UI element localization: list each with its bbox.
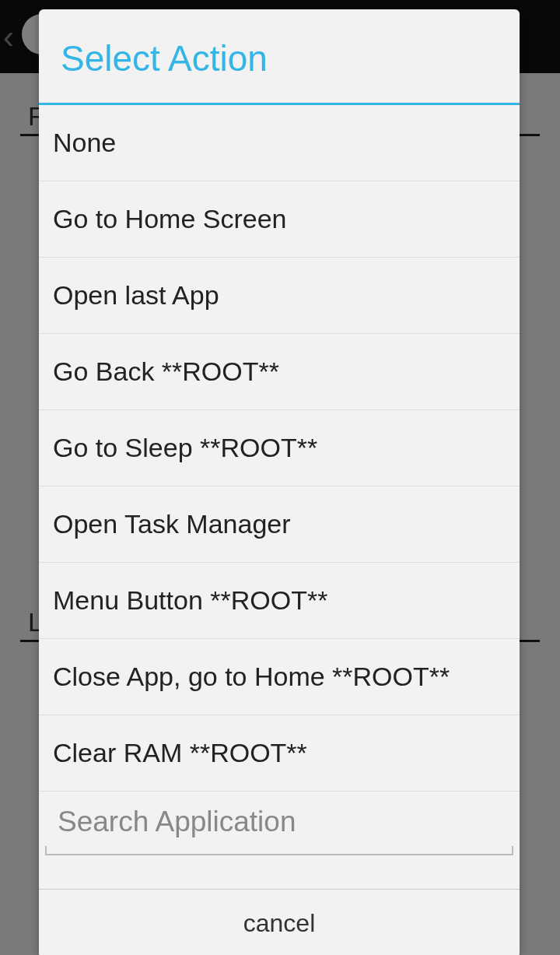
cancel-button[interactable]: cancel	[39, 889, 520, 955]
action-item-task-manager[interactable]: Open Task Manager	[39, 486, 520, 563]
action-item-none[interactable]: None	[39, 105, 520, 181]
action-item-last-app[interactable]: Open last App	[39, 258, 520, 334]
dialog-title: Select Action	[39, 9, 520, 105]
action-item-home[interactable]: Go to Home Screen	[39, 181, 520, 258]
action-item-close-app[interactable]: Close App, go to Home **ROOT**	[39, 639, 520, 715]
action-item-clear-ram[interactable]: Clear RAM **ROOT**	[39, 715, 520, 792]
search-placeholder: Search Application	[58, 806, 296, 838]
action-item-menu[interactable]: Menu Button **ROOT**	[39, 563, 520, 639]
search-input-wrapper[interactable]: Search Application	[39, 792, 520, 855]
action-list: None Go to Home Screen Open last App Go …	[39, 105, 520, 889]
action-item-go-back[interactable]: Go Back **ROOT**	[39, 334, 520, 410]
action-item-sleep[interactable]: Go to Sleep **ROOT**	[39, 410, 520, 486]
select-action-dialog: Select Action None Go to Home Screen Ope…	[39, 9, 520, 955]
